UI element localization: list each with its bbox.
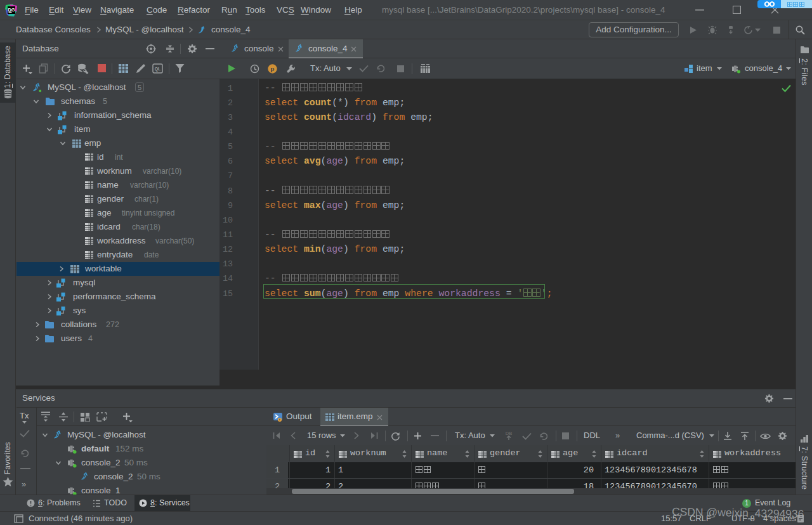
svg-text:DG: DG (8, 7, 15, 13)
svg-text:QL: QL (155, 67, 161, 72)
svg-text:p: p (271, 65, 275, 72)
